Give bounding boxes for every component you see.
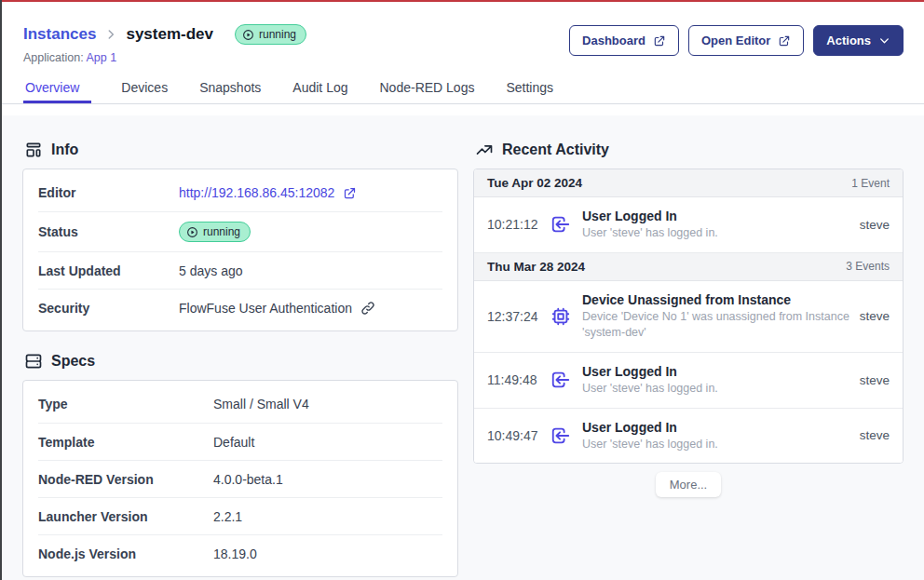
tab-node-red-logs[interactable]: Node-RED Logs <box>378 80 477 103</box>
header-actions: Dashboard Open Editor Actions <box>569 25 904 56</box>
open-editor-button[interactable]: Open Editor <box>688 25 804 56</box>
specs-row-value: 4.0.0-beta.1 <box>213 472 283 487</box>
specs-row: Node-RED Version4.0.0-beta.1 <box>38 460 442 497</box>
tab-snapshots[interactable]: Snapshots <box>197 80 263 103</box>
page-header: Instances system-dev running Dashboard O… <box>0 0 924 64</box>
info-row-value: FlowFuse User Authentication <box>179 301 375 316</box>
specs-row: Launcher Version2.2.1 <box>38 497 442 534</box>
tab-devices[interactable]: Devices <box>119 80 170 103</box>
tab-bar-wrap: OverviewDevicesSnapshotsAudit LogNode-RE… <box>0 64 924 104</box>
activity-date-header: Tue Apr 02 20241 Event <box>474 169 903 197</box>
actions-button-label: Actions <box>826 34 871 47</box>
left-column: Info Editorhttp://192.168.86.45:12082Sta… <box>22 115 458 577</box>
info-section-title: Info <box>51 142 78 158</box>
event-body: Device Unassigned from InstanceDevice 'D… <box>582 292 860 341</box>
info-row-label: Editor <box>38 185 179 200</box>
event-title: Device Unassigned from Instance <box>582 292 850 307</box>
event-user: steve <box>860 218 890 232</box>
event-title: User Logged In <box>582 364 850 379</box>
chip-icon <box>550 306 571 327</box>
specs-value: 2.2.1 <box>213 509 242 524</box>
main-content: Info Editorhttp://192.168.86.45:12082Sta… <box>0 115 924 580</box>
info-row-value: running <box>179 222 251 242</box>
application-link[interactable]: App 1 <box>86 51 116 64</box>
info-row-value: http://192.168.86.45:12082 <box>179 185 357 200</box>
play-circle-icon <box>242 29 254 41</box>
right-column: Recent Activity Tue Apr 02 20241 Event10… <box>473 115 904 497</box>
specs-row-label: Template <box>38 435 213 450</box>
activity-event-row: 10:49:47User Logged InUser 'steve' has l… <box>474 409 903 464</box>
specs-card: TypeSmall / Small V4TemplateDefaultNode-… <box>22 380 458 577</box>
event-user: steve <box>860 309 890 323</box>
login-icon <box>550 370 571 390</box>
breadcrumb-instances-link[interactable]: Instances <box>23 25 96 44</box>
window-left-edge <box>0 0 2 580</box>
info-section-header: Info <box>24 141 458 159</box>
top-accent-bar <box>0 0 924 2</box>
activity-event-row: 12:37:24Device Unassigned from InstanceD… <box>474 281 903 353</box>
info-card: Editorhttp://192.168.86.45:12082Statusru… <box>22 169 458 331</box>
editor-url-link[interactable]: http://192.168.86.45:12082 <box>179 185 334 200</box>
info-value: 5 days ago <box>179 263 243 278</box>
specs-row-value: 18.19.0 <box>213 546 257 561</box>
specs-section-title: Specs <box>51 353 95 370</box>
status-badge-label: running <box>259 28 296 41</box>
dashboard-button-label: Dashboard <box>582 34 645 47</box>
specs-row-value: Small / Small V4 <box>213 397 309 411</box>
tab-overview[interactable]: Overview <box>23 80 91 103</box>
login-icon <box>550 425 571 446</box>
specs-value: Small / Small V4 <box>213 397 309 411</box>
event-description: Device 'Device No 1' was unassigned from… <box>582 309 850 341</box>
security-value: FlowFuse User Authentication <box>179 301 352 316</box>
event-time: 12:37:24 <box>487 309 547 324</box>
info-row-label: Status <box>38 224 179 239</box>
activity-section-title: Recent Activity <box>502 142 609 158</box>
activity-date: Thu Mar 28 2024 <box>487 260 585 274</box>
info-row-label: Security <box>38 301 179 316</box>
info-row-label: Last Updated <box>38 263 179 278</box>
specs-row-label: Launcher Version <box>38 509 213 524</box>
specs-section-header: Specs <box>24 352 458 371</box>
event-description: User 'steve' has logged in. <box>582 437 850 452</box>
tab-settings[interactable]: Settings <box>504 80 555 103</box>
activity-date: Tue Apr 02 2024 <box>487 176 582 190</box>
event-time: 11:49:48 <box>487 372 547 387</box>
specs-value: 18.19.0 <box>213 546 257 561</box>
tab-audit-log[interactable]: Audit Log <box>291 80 349 103</box>
specs-row-label: Node-RED Version <box>38 472 213 487</box>
dashboard-button[interactable]: Dashboard <box>569 25 679 56</box>
event-body: User Logged InUser 'steve' has logged in… <box>582 209 860 241</box>
specs-row: TemplateDefault <box>38 423 442 460</box>
specs-row-label: Node.js Version <box>38 546 213 561</box>
application-label: Application: <box>23 51 84 64</box>
chevron-right-icon <box>104 28 117 41</box>
play-circle-icon <box>186 226 198 238</box>
actions-button[interactable]: Actions <box>813 25 904 56</box>
external-link-icon <box>653 34 666 47</box>
info-row: Editorhttp://192.168.86.45:12082 <box>38 174 442 211</box>
event-user: steve <box>860 373 890 387</box>
info-row: SecurityFlowFuse User Authentication <box>38 289 442 326</box>
activity-section-header: Recent Activity <box>475 141 904 159</box>
event-body: User Logged InUser 'steve' has logged in… <box>582 364 860 397</box>
tab-bar: OverviewDevicesSnapshotsAudit LogNode-RE… <box>23 80 924 103</box>
specs-value: 4.0.0-beta.1 <box>213 472 283 487</box>
open-editor-button-label: Open Editor <box>701 34 770 47</box>
status-badge: running <box>235 24 306 45</box>
info-row: Last Updated5 days ago <box>38 251 442 289</box>
event-time: 10:21:12 <box>487 217 547 232</box>
link-icon <box>360 301 375 316</box>
external-link-icon[interactable] <box>343 186 357 200</box>
event-user: steve <box>860 428 890 442</box>
server-icon <box>24 352 43 371</box>
event-body: User Logged InUser 'steve' has logged in… <box>582 420 860 452</box>
activity-event-row: 11:49:48User Logged InUser 'steve' has l… <box>474 353 903 409</box>
specs-row-value: Default <box>213 435 254 450</box>
more-button[interactable]: More... <box>656 472 721 497</box>
external-link-icon <box>778 34 791 47</box>
event-time: 10:49:47 <box>487 428 547 443</box>
info-row-value: 5 days ago <box>179 263 243 278</box>
activity-event-count: 3 Events <box>846 260 890 273</box>
instance-name: system-dev <box>126 25 213 44</box>
activity-card: Tue Apr 02 20241 Event10:21:12User Logge… <box>473 169 904 464</box>
